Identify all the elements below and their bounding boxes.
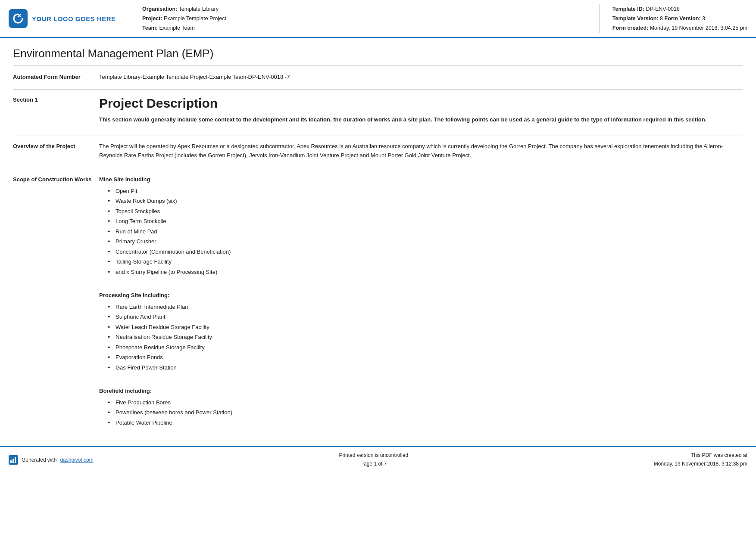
list-item: Water Leach Residue Storage Facility <box>108 323 743 332</box>
main-content: Environmental Management Plan (EMP) Auto… <box>0 38 756 433</box>
project-line: Project: Example Template Project <box>142 15 586 23</box>
logo-text: YOUR LOGO GOES HERE <box>32 15 116 22</box>
footer-generated-text: Generated with <box>22 457 56 463</box>
list-item: Concentrator (Comminution and Beneficiat… <box>108 248 743 256</box>
list-item: and x Slurry Pipeline (to Processing Sit… <box>108 268 743 276</box>
form-created-line: Form created: Monday, 19 November 2018, … <box>612 24 747 32</box>
list-item: Long Term Stockpile <box>108 217 743 226</box>
mine-site-list: Open Pit Waste Rock Dumps (six) Topsoil … <box>108 187 743 276</box>
borefield-heading: Borefield including: <box>99 387 743 396</box>
logo-section: YOUR LOGO GOES HERE <box>9 4 129 33</box>
list-item: Topsoil Stockpiles <box>108 207 743 216</box>
divider2 <box>13 136 743 136</box>
header-center: Organisation: Template Library Project: … <box>129 4 600 33</box>
template-id-line: Template ID: DP-ENV-0018 <box>612 5 747 13</box>
list-item: Phosphate Residue Storage Facility <box>108 343 743 352</box>
footer-right-line2: Monday, 19 November 2018, 3:12:38 pm <box>654 460 747 468</box>
org-line: Organisation: Template Library <box>142 5 586 13</box>
list-item: Evaporation Ponds <box>108 353 743 362</box>
list-item: Gas Fired Power Station <box>108 363 743 372</box>
footer-left: Generated with dashpivot.com <box>9 455 94 465</box>
svg-rect-3 <box>15 457 16 463</box>
document-title: Environmental Management Plan (EMP) <box>13 47 743 66</box>
footer-right: This PDF was created at Monday, 19 Novem… <box>654 451 747 468</box>
footer-right-line1: This PDF was created at <box>654 451 747 459</box>
svg-rect-1 <box>10 460 12 463</box>
footer-generated-link[interactable]: dashpivot.com <box>60 457 93 463</box>
list-item: Sulphuric Acid Plant <box>108 313 743 321</box>
section1-row: Section 1 Project Description This secti… <box>13 96 743 128</box>
list-item: Five Production Bores <box>108 398 743 407</box>
list-item: Tailing Storage Facility <box>108 258 743 266</box>
processing-site-heading: Processing Site including: <box>99 291 743 300</box>
svg-rect-2 <box>12 459 14 463</box>
header-right: Template ID: DP-ENV-0018 Template Versio… <box>600 4 747 33</box>
overview-content: The Project will be operated by Apex Res… <box>99 142 743 163</box>
section1-label: Section 1 <box>13 96 99 128</box>
list-item: Potable Water Pipeline <box>108 419 743 427</box>
list-item: Neutralisation Residue Storage Facility <box>108 333 743 342</box>
footer-logo-icon <box>9 455 18 465</box>
overview-text: The Project will be operated by Apex Res… <box>99 142 743 160</box>
list-item: Rare Earth Intermediate Plan <box>108 303 743 311</box>
footer-center-line2: Page 1 of 7 <box>339 460 408 468</box>
divider3 <box>13 169 743 169</box>
overview-row: Overview of the Project The Project will… <box>13 142 743 163</box>
mine-site-heading: Mine Site including <box>99 175 743 184</box>
borefield-list: Five Production Bores Powerlines (betwee… <box>108 398 743 427</box>
list-item: Waste Rock Dumps (six) <box>108 197 743 205</box>
list-item: Open Pit <box>108 187 743 196</box>
scope-label: Scope of Construction Works <box>13 175 99 433</box>
automated-form-label: Automated Form Number <box>13 73 99 81</box>
scope-content: Mine Site including Open Pit Waste Rock … <box>99 175 743 433</box>
list-item: Powerlines (between bores and Power Stat… <box>108 408 743 417</box>
footer-center-line1: Printed version is uncontrolled <box>339 451 408 459</box>
section1-intro: This section would generally include som… <box>99 115 743 124</box>
automated-form-row: Automated Form Number Template Library-E… <box>13 73 743 81</box>
page-footer: Generated with dashpivot.com Printed ver… <box>0 446 756 472</box>
logo-icon <box>9 9 28 28</box>
template-version-line: Template Version: 8 Form Version: 3 <box>612 15 747 23</box>
scope-row: Scope of Construction Works Mine Site in… <box>13 175 743 433</box>
section1-content: Project Description This section would g… <box>99 96 743 128</box>
overview-label: Overview of the Project <box>13 142 99 163</box>
list-item: Primary Crusher <box>108 237 743 246</box>
list-item: Run of Mine Pad <box>108 227 743 236</box>
divider <box>13 89 743 90</box>
footer-center: Printed version is uncontrolled Page 1 o… <box>339 451 408 468</box>
page-header: YOUR LOGO GOES HERE Organisation: Templa… <box>0 0 756 38</box>
team-line: Team: Example Team <box>142 24 586 32</box>
automated-form-value: Template Library-Example Template Projec… <box>99 73 743 81</box>
processing-site-list: Rare Earth Intermediate Plan Sulphuric A… <box>108 303 743 372</box>
section1-heading: Project Description <box>99 96 743 111</box>
